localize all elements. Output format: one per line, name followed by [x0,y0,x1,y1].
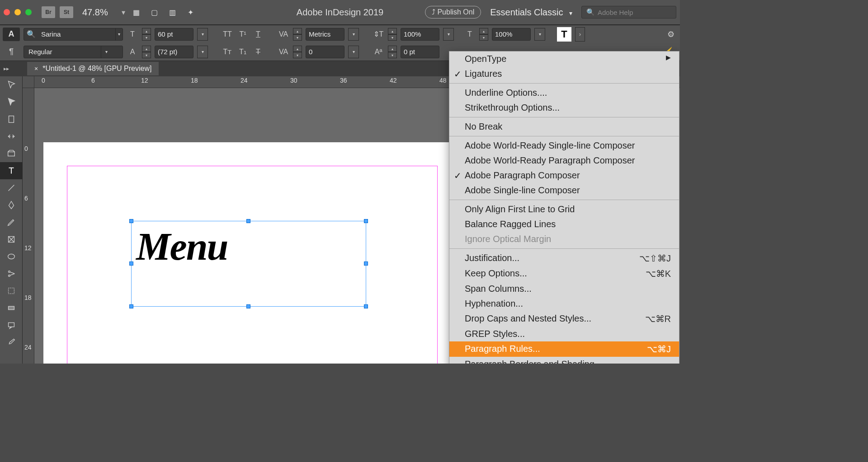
maximize-window-button[interactable] [25,9,32,15]
menu-item[interactable]: Hyphenation... [449,296,679,311]
text-content[interactable]: Menu [132,221,366,272]
baseline-shift-stepper[interactable]: ▴▾ [388,46,397,58]
vertical-scale-input[interactable] [401,30,434,38]
vertical-scale-field[interactable] [401,28,439,41]
scissors-tool[interactable] [0,265,23,282]
font-family-input[interactable] [38,30,115,38]
menu-item[interactable]: Adobe World-Ready Paragraph Composer [449,153,679,168]
resize-handle-middle-left[interactable] [129,261,133,266]
line-tool[interactable] [0,179,23,196]
note-tool[interactable] [0,317,23,334]
vertical-ruler[interactable]: 06121824 [23,88,34,364]
menu-item[interactable]: Keep Options...⌥⌘K [449,266,679,281]
horizontal-scale-input[interactable] [492,30,525,38]
workspace-switcher[interactable]: Essentials Classic ▾ [490,7,572,18]
gpu-performance-icon[interactable]: ✦ [184,6,198,18]
font-style-input[interactable] [24,48,101,56]
paragraph-mode-button[interactable]: ¶ [3,45,20,59]
tracking-input[interactable] [306,48,339,56]
stock-launcher-button[interactable]: St [60,6,73,18]
menu-item[interactable]: GREP Styles... [449,327,679,341]
rectangle-frame-tool[interactable] [0,231,23,248]
strikethrough-button[interactable]: T [252,46,264,58]
font-style-field[interactable]: ▾ [24,46,123,58]
ellipse-tool[interactable] [0,248,23,265]
menu-item[interactable]: ✓Ligatures [449,66,679,81]
leading-stepper[interactable]: ▴▾ [142,46,151,58]
vertical-scale-dropdown-icon[interactable]: ▾ [443,28,454,41]
font-family-field[interactable]: 🔍 ▾ [24,28,123,41]
menu-item[interactable]: ✓Adobe Paragraph Composer [449,168,679,183]
menu-item[interactable]: Underline Options.... [449,85,679,100]
type-tool[interactable] [0,162,23,179]
eyedropper-tool[interactable] [0,334,23,351]
leading-dropdown-icon[interactable]: ▾ [197,46,208,58]
menu-item[interactable]: Only Align First Line to Grid [449,202,679,217]
page-tool[interactable] [0,111,23,128]
view-options-icon[interactable]: ▦ [130,6,143,18]
publish-online-button[interactable]: ⤴ Publish Onl [425,6,481,19]
font-family-dropdown-icon[interactable]: ▾ [115,28,123,41]
text-frame-selected[interactable]: Menu [131,221,366,307]
tracking-field[interactable] [306,46,344,58]
kerning-stepper[interactable]: ▴▾ [293,28,302,41]
resize-handle-bottom-right[interactable] [364,304,368,308]
character-mode-button[interactable]: A [3,28,20,41]
resize-handle-top-left[interactable] [129,219,133,223]
resize-handle-top-middle[interactable] [246,219,250,223]
horizontal-scale-dropdown-icon[interactable]: ▾ [534,28,545,41]
resize-handle-top-right[interactable] [364,219,368,223]
gap-tool[interactable] [0,128,23,145]
style-nav-next-icon[interactable]: › [575,27,585,42]
font-style-dropdown-icon[interactable]: ▾ [101,46,112,58]
small-caps-button[interactable]: Tᴛ [222,46,233,58]
menu-item[interactable]: Adobe Single-line Composer [449,183,679,198]
horizontal-scale-field[interactable] [492,28,531,41]
gradient-swatch-tool[interactable] [0,299,23,317]
resize-handle-middle-right[interactable] [364,261,368,266]
control-panel-settings-icon[interactable]: ⚙ [667,29,675,39]
menu-item[interactable]: Paragraph Borders and Shading... [449,357,679,364]
subscript-button[interactable]: T₁ [237,46,249,58]
pen-tool[interactable] [0,196,23,214]
document-tab[interactable]: × *Untitled-1 @ 48% [GPU Preview] [27,62,159,75]
baseline-shift-input[interactable] [401,48,434,56]
superscript-button[interactable]: T¹ [237,28,249,40]
menu-item[interactable]: Drop Caps and Nested Styles...⌥⌘R [449,311,679,327]
leading-field[interactable] [155,46,193,58]
tracking-stepper[interactable]: ▴▾ [293,46,302,58]
close-window-button[interactable] [4,9,10,15]
resize-handle-bottom-middle[interactable] [246,304,250,308]
kerning-field[interactable] [306,28,344,41]
content-collector-tool[interactable] [0,145,23,162]
tracking-dropdown-icon[interactable]: ▾ [348,46,359,58]
help-search-input[interactable]: 🔍 Adobe Help [581,6,676,19]
resize-handle-bottom-left[interactable] [129,304,133,308]
font-size-stepper[interactable]: ▴▾ [142,28,151,41]
kerning-dropdown-icon[interactable]: ▾ [348,28,359,41]
horizontal-scale-stepper[interactable]: ▴▾ [479,28,488,41]
zoom-level-display[interactable]: 47.8% [82,7,108,18]
menu-item[interactable]: Span Columns... [449,281,679,296]
ruler-origin[interactable] [23,76,34,88]
menu-item[interactable]: Justification...⌥⇧⌘J [449,251,679,266]
zoom-dropdown-icon[interactable]: ▾ [122,8,125,17]
screen-mode-icon[interactable]: ▢ [148,6,161,18]
menu-item[interactable]: Adobe World-Ready Single-line Composer [449,138,679,153]
menu-item[interactable]: Balance Ragged Lines [449,217,679,232]
baseline-shift-field[interactable] [401,46,439,58]
fill-color-swatch[interactable]: T [557,27,571,42]
all-caps-button[interactable]: TT [222,28,233,40]
bridge-launcher-button[interactable]: Br [42,6,55,18]
font-size-dropdown-icon[interactable]: ▾ [197,28,208,41]
direct-selection-tool[interactable] [0,93,23,111]
kerning-input[interactable] [306,30,339,38]
font-size-input[interactable] [155,30,188,38]
vertical-scale-stepper[interactable]: ▴▾ [388,28,397,41]
close-tab-icon[interactable]: × [34,65,38,72]
leading-input[interactable] [155,48,188,56]
pencil-tool[interactable] [0,214,23,231]
font-size-field[interactable] [155,28,193,41]
minimize-window-button[interactable] [14,9,21,15]
selection-tool[interactable] [0,76,23,93]
